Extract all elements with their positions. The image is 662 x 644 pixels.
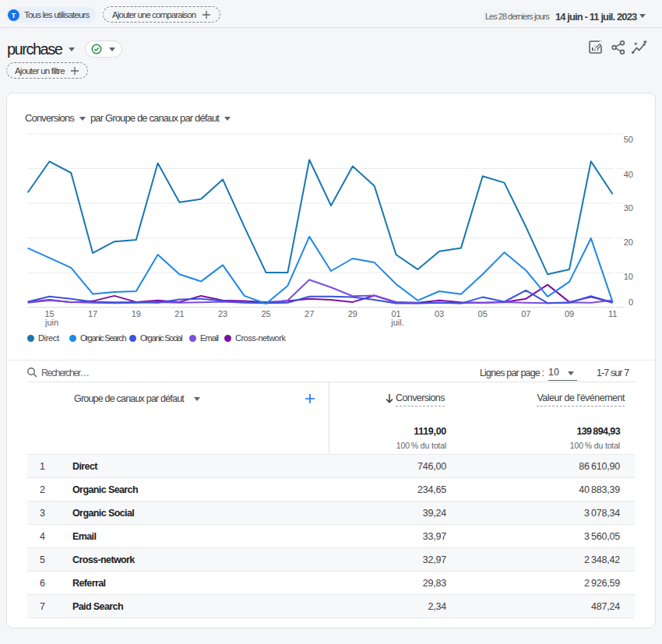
svg-text:juil.: juil. — [390, 318, 404, 327]
svg-text:11: 11 — [608, 309, 617, 318]
svg-text:25: 25 — [261, 309, 270, 318]
svg-text:05: 05 — [478, 309, 488, 318]
svg-text:30: 30 — [624, 203, 633, 213]
svg-text:40: 40 — [624, 170, 633, 179]
svg-text:0: 0 — [629, 297, 633, 307]
svg-text:17: 17 — [88, 309, 97, 318]
svg-text:23: 23 — [218, 309, 227, 318]
svg-text:juin: juin — [44, 318, 58, 327]
svg-text:27: 27 — [305, 309, 314, 318]
svg-text:20: 20 — [624, 238, 633, 247]
svg-text:19: 19 — [132, 309, 141, 318]
svg-text:07: 07 — [521, 309, 530, 318]
svg-text:09: 09 — [565, 309, 574, 318]
svg-text:10: 10 — [624, 272, 633, 281]
svg-text:50: 50 — [624, 135, 633, 144]
svg-text:03: 03 — [435, 309, 444, 318]
svg-text:21: 21 — [174, 309, 184, 318]
svg-text:29: 29 — [348, 309, 357, 318]
